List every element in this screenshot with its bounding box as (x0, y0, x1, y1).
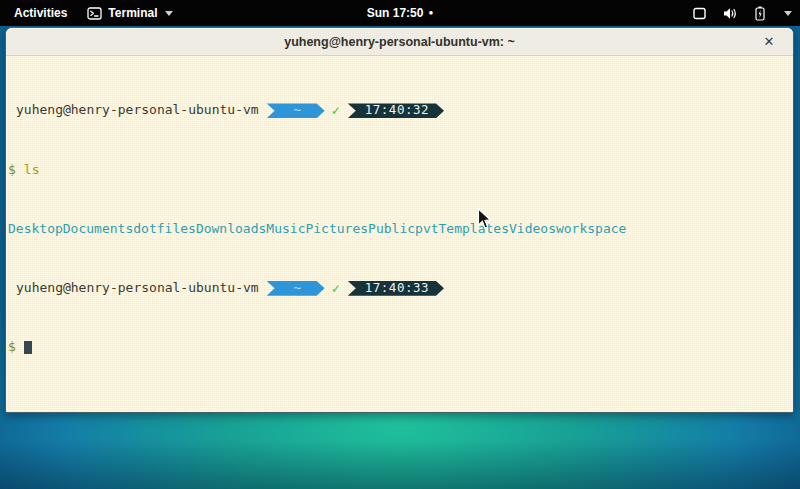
directory-Public: Public (368, 222, 415, 237)
battery-charging-icon (755, 6, 765, 21)
window-titlebar[interactable]: yuheng@henry-personal-ubuntu-vm: ~ ✕ (6, 28, 793, 56)
prompt-time-2: 17:40:33 (365, 281, 429, 296)
text-cursor (24, 341, 32, 354)
system-status-menu[interactable] (693, 0, 792, 26)
input-line: $ (8, 340, 791, 355)
directory-Pictures: Pictures (305, 222, 368, 237)
directory-Documents: Documents (63, 222, 133, 237)
terminal-window: yuheng@henry-personal-ubuntu-vm: ~ ✕ yuh… (5, 27, 794, 413)
app-menu-label: Terminal (108, 6, 157, 20)
system-chevron-down-icon (784, 11, 792, 16)
command-text: ls (24, 163, 40, 178)
prompt-time-1: 17:40:32 (365, 103, 429, 118)
prompt-cwd: ~ (293, 103, 301, 118)
volume-icon (723, 7, 738, 20)
prompt-user-host-2: yuheng@henry-personal-ubuntu-vm (8, 281, 259, 296)
status-check-icon-2: ✓ (332, 281, 340, 296)
prompt-sigil: $ (8, 163, 16, 178)
close-icon[interactable]: ✕ (759, 28, 779, 55)
command-line: $ ls (8, 163, 791, 178)
status-check-icon: ✓ (332, 103, 340, 118)
prompt-time-segment: 17:40:32 (348, 103, 444, 118)
directory-workspace: workspace (556, 222, 626, 237)
prompt-line-1: yuheng@henry-personal-ubuntu-vm ~ ✓ 17:4… (8, 103, 791, 118)
window-title: yuheng@henry-personal-ubuntu-vm: ~ (284, 35, 515, 49)
terminal-icon (87, 7, 102, 20)
prompt-line-2: yuheng@henry-personal-ubuntu-vm ~ ✓ 17:4… (8, 281, 791, 296)
directory-Desktop: Desktop (8, 222, 63, 237)
top-bar: Activities Terminal Sun 17:50 ● (0, 0, 800, 26)
prompt-user-host: yuheng@henry-personal-ubuntu-vm (8, 103, 259, 118)
ls-output: Desktop Documents dotfiles Downloads Mus… (8, 222, 791, 237)
directory-Music: Music (266, 222, 305, 237)
input-sigil: $ (8, 340, 16, 355)
clock-button[interactable]: Sun 17:50 ● (367, 6, 434, 20)
directory-dotfiles: dotfiles (133, 222, 196, 237)
prompt-time-segment-2: 17:40:33 (348, 281, 444, 296)
clock-label: Sun 17:50 (367, 6, 424, 20)
directory-pvt: pvt (415, 222, 438, 237)
prompt-cwd-segment-2: ~ (267, 281, 325, 296)
prompt-cwd-segment: ~ (267, 103, 325, 118)
directory-Videos: Videos (509, 222, 556, 237)
chevron-down-icon (165, 11, 173, 16)
terminal-body[interactable]: yuheng@henry-personal-ubuntu-vm ~ ✓ 17:4… (6, 56, 793, 412)
notification-dot: ● (428, 9, 433, 17)
directory-Templates: Templates (439, 222, 509, 237)
activities-button[interactable]: Activities (10, 6, 71, 20)
app-menu-terminal[interactable]: Terminal (87, 6, 173, 20)
display-icon (693, 7, 706, 20)
directory-Downloads: Downloads (196, 222, 266, 237)
prompt-cwd-2: ~ (293, 281, 301, 296)
